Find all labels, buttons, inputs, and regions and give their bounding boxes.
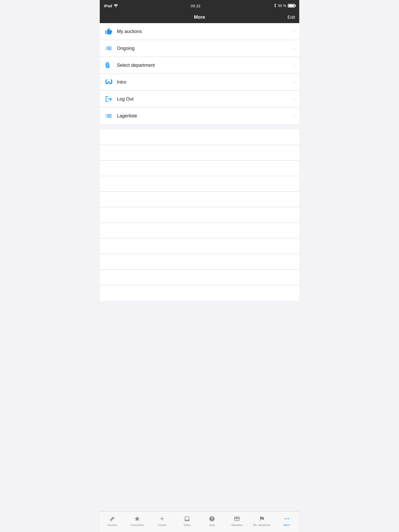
tab-valuation[interactable]: Valuation <box>224 515 249 527</box>
ongoing-icon <box>104 44 113 53</box>
menu-list: My auctions › Ongoing › Select departmen… <box>100 23 299 124</box>
status-time: 09.32 <box>191 4 201 8</box>
empty-row <box>100 145 299 161</box>
lagerliste-label: Lagerliste <box>117 113 294 119</box>
tab-more[interactable]: More <box>274 515 299 527</box>
menu-item-log-out[interactable]: Log Out › <box>100 91 299 108</box>
empty-row <box>100 270 299 285</box>
tab-create-label: Create <box>158 523 166 527</box>
tab-tasks-label: Tasks <box>183 523 191 527</box>
chevron-icon-6: › <box>294 113 295 119</box>
status-left: iPad <box>104 4 118 8</box>
status-right: 99 % <box>273 3 295 8</box>
battery-icon <box>288 4 295 8</box>
flag-icon <box>259 515 265 522</box>
empty-rows <box>100 129 299 301</box>
chevron-icon-4: › <box>294 79 295 85</box>
svg-point-1 <box>237 519 237 520</box>
menu-item-ongoing[interactable]: Ongoing › <box>100 40 299 57</box>
bluetooth-icon <box>273 3 276 8</box>
svg-point-2 <box>284 518 285 519</box>
menu-item-intro[interactable]: Intro › <box>100 74 299 91</box>
svg-point-0 <box>115 6 116 7</box>
empty-row <box>100 192 299 207</box>
tab-help[interactable]: Help <box>200 515 224 527</box>
select-department-label: Select department <box>117 63 294 68</box>
lagerliste-icon <box>104 111 113 121</box>
battery-percent: 99 % <box>278 4 286 8</box>
chevron-icon-2: › <box>294 46 295 51</box>
tab-auction-label: Auction <box>108 523 117 527</box>
menu-item-lagerliste[interactable]: Lagerliste › <box>100 108 299 124</box>
empty-row <box>100 129 299 145</box>
tab-favourites-label: Favourites <box>130 523 144 527</box>
svg-point-4 <box>288 518 289 519</box>
tab-help-label: Help <box>209 523 215 527</box>
empty-row <box>100 254 299 270</box>
my-auctions-label: My auctions <box>117 29 294 34</box>
tab-more-label: More <box>283 523 290 527</box>
empty-row <box>100 238 299 254</box>
dots-icon <box>284 515 290 522</box>
intro-label: Intro <box>117 79 294 85</box>
nav-title: More <box>194 15 205 20</box>
gavel-icon <box>109 515 115 522</box>
status-bar: iPad 09.32 99 % <box>100 0 299 11</box>
edit-button[interactable]: Edit <box>288 15 295 20</box>
empty-row <box>100 176 299 192</box>
binoculars-icon <box>104 77 113 87</box>
main-content: My auctions › Ongoing › Select departmen… <box>100 23 299 322</box>
empty-row <box>100 207 299 223</box>
valuation-icon <box>234 515 240 522</box>
tab-bar: Auction Favourites Create Tasks <box>100 511 299 532</box>
thumbs-up-icon <box>104 27 113 36</box>
tab-my-valuations[interactable]: My valuations <box>249 515 274 527</box>
arrow-right-icon <box>104 94 113 104</box>
svg-point-3 <box>286 518 287 519</box>
empty-row <box>100 285 299 301</box>
tab-tasks[interactable]: Tasks <box>175 515 200 527</box>
chevron-icon-3: › <box>294 63 295 68</box>
org-chart-icon <box>104 61 113 70</box>
empty-row <box>100 161 299 176</box>
question-icon <box>209 515 215 522</box>
inbox-icon <box>184 515 190 522</box>
tab-valuation-label: Valuation <box>231 523 243 527</box>
tab-create[interactable]: Create <box>150 515 175 527</box>
chevron-icon-5: › <box>294 96 295 102</box>
star-icon <box>134 515 140 522</box>
navigation-bar: More Edit <box>100 11 299 23</box>
chevron-icon-1: › <box>294 29 295 34</box>
menu-item-select-department[interactable]: Select department › <box>100 57 299 74</box>
device-name: iPad <box>104 4 112 8</box>
tab-my-valuations-label: My valuations <box>253 523 270 527</box>
empty-row <box>100 223 299 238</box>
tab-auction[interactable]: Auction <box>100 515 125 527</box>
plus-icon <box>159 515 165 522</box>
tab-favourites[interactable]: Favourites <box>125 515 150 527</box>
log-out-label: Log Out <box>117 96 294 102</box>
ongoing-label: Ongoing <box>117 46 294 51</box>
menu-item-my-auctions[interactable]: My auctions › <box>100 23 299 40</box>
wifi-icon <box>114 4 118 7</box>
